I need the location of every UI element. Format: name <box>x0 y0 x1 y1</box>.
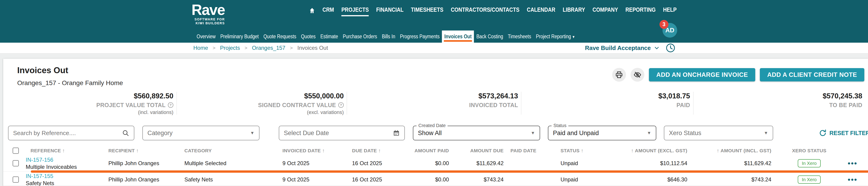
reset-filters-button[interactable]: RESET FILTERS <box>819 126 868 140</box>
col-amount-due[interactable]: AMOUNT DUE <box>470 147 503 155</box>
chevron-down-icon: ▼ <box>250 131 254 136</box>
tab-progress-payments[interactable]: Progress Payments <box>398 31 442 43</box>
row-highlight-indicator <box>31 171 868 173</box>
page-title: Invoices Out <box>17 66 68 75</box>
sort-arrow-icon: ↑ <box>136 148 139 153</box>
breadcrumb-separator: > <box>290 45 293 51</box>
amount-paid-cell: $0.00 <box>435 160 449 166</box>
row-checkbox[interactable] <box>12 160 19 166</box>
help-icon[interactable]: ? <box>338 102 344 108</box>
table-row[interactable]: IN-157-156 Multiple Invoiceables Phillip… <box>3 155 868 172</box>
col-amount-excl-gst[interactable]: ↑ AMOUNT (EXCL. GST) <box>631 147 687 155</box>
breadcrumb-separator: > <box>245 45 247 51</box>
xero-status-select[interactable]: Xero Status ▼ <box>664 126 773 140</box>
col-reference[interactable]: REFERENCE ↑ <box>31 147 65 155</box>
breadcrumb-project[interactable]: Oranges_157 <box>252 45 285 51</box>
refresh-icon <box>819 129 827 137</box>
stat-divider <box>693 92 693 115</box>
tab-timesheets[interactable]: Timesheets <box>505 31 533 43</box>
col-xero-status: XERO STATUS <box>788 147 830 155</box>
invoice-link[interactable]: IN-157-155 <box>26 173 54 180</box>
nav-item-calendar[interactable]: CALENDAR <box>527 6 555 16</box>
nav-item-crm[interactable]: CRM <box>322 6 334 16</box>
status-select[interactable]: Status Paid and Unpaid ▼ <box>548 126 656 140</box>
search-field[interactable] <box>13 129 114 137</box>
recipient-cell: Phillip John Oranges <box>108 160 159 166</box>
workspace-selector[interactable]: Rave Build Acceptance <box>585 44 659 51</box>
col-amount-incl-gst[interactable]: ↑ AMOUNT (INCL. GST) <box>717 147 771 155</box>
status-cell: Unpaid <box>560 176 578 183</box>
created-date-select[interactable]: Created Date Show All ▼ <box>413 126 540 140</box>
row-checkbox[interactable] <box>12 177 19 183</box>
row-actions-menu[interactable]: ••• <box>845 176 860 184</box>
help-icon[interactable]: ? <box>168 102 174 108</box>
search-input[interactable] <box>8 126 134 140</box>
chevron-down-icon: ▼ <box>531 131 535 136</box>
nav-item-company[interactable]: COMPANY <box>592 6 618 16</box>
category-select[interactable]: Category ▼ <box>143 126 259 140</box>
col-paid-date[interactable]: PAID DATE <box>510 147 536 155</box>
search-icon[interactable] <box>122 129 129 137</box>
history-clock-icon[interactable] <box>665 43 676 53</box>
chevron-down-icon: ▼ <box>647 131 651 136</box>
tab-preliminary-budget[interactable]: Preliminary Budget <box>218 31 261 43</box>
invoices-out-panel: Invoices Out Oranges_157 - Orange Family… <box>3 59 868 186</box>
breadcrumb-bar: Home > Projects > Oranges_157 > Invoices… <box>0 43 868 53</box>
eye-off-icon <box>633 71 641 79</box>
chevron-down-icon: ▾ <box>572 34 574 39</box>
tab-quote-requests[interactable]: Quote Requests <box>261 31 299 43</box>
notification-badge: 3 <box>659 20 669 29</box>
add-oncharge-invoice-button[interactable]: ADD AN ONCHARGE INVOICE <box>649 68 755 81</box>
tab-bills-in[interactable]: Bills In <box>379 31 398 43</box>
recipient-cell: Phillip John Oranges <box>108 176 159 183</box>
nav-item-projects[interactable]: PROJECTS <box>341 6 369 16</box>
amount-excl-gst-cell: $10,112.54 <box>660 160 687 166</box>
avatar[interactable]: AD 3 <box>662 23 677 38</box>
add-client-credit-note-button[interactable]: ADD A CLIENT CREDIT NOTE <box>760 68 864 81</box>
tab-project-reporting[interactable]: Project Reporting▾ <box>533 31 577 43</box>
tab-quotes[interactable]: Quotes <box>299 31 318 43</box>
print-button[interactable] <box>612 68 626 82</box>
hide-values-button[interactable] <box>630 68 644 82</box>
due-date-picker[interactable]: Select Due Date <box>279 126 405 140</box>
nav-item-help[interactable]: HELP <box>663 6 677 16</box>
nav-item-library[interactable]: LIBRARY <box>563 6 585 16</box>
row-actions-menu[interactable]: ••• <box>845 159 860 168</box>
chevron-down-icon: ▼ <box>764 131 768 136</box>
nav-item-contractors-contacts[interactable]: CONTRACTORS/CONTACTS <box>451 6 520 16</box>
nav-item-reporting[interactable]: REPORTING <box>625 6 655 16</box>
category-cell: Multiple Selected <box>184 160 226 166</box>
amount-incl-gst-cell: $743.24 <box>751 176 771 183</box>
tab-estimate[interactable]: Estimate <box>318 31 341 43</box>
stat-paid: $3,018.75 PAID <box>548 92 690 109</box>
xero-status-badge: In Xero <box>798 176 821 184</box>
tab-back-costing[interactable]: Back Costing <box>474 31 505 43</box>
col-status[interactable]: STATUS ↑ <box>560 147 584 155</box>
table-row[interactable]: IN-157-155 Safety Nets Phillip John Oran… <box>3 174 868 186</box>
tab-invoices-out[interactable]: Invoices Out <box>442 31 474 43</box>
xero-status-cell: In Xero <box>788 159 830 168</box>
invoice-link[interactable]: IN-157-156 <box>26 156 77 163</box>
col-due-date[interactable]: DUE DATE ↑ <box>352 147 381 155</box>
chevron-down-icon <box>654 45 659 51</box>
sort-arrow-icon: ↑ <box>322 148 325 153</box>
breadcrumb-home[interactable]: Home <box>193 45 208 51</box>
col-amount-paid[interactable]: AMOUNT PAID <box>414 147 449 155</box>
select-all-checkbox[interactable] <box>12 148 19 154</box>
breadcrumb-projects[interactable]: Projects <box>220 45 240 51</box>
nav-item-timesheets[interactable]: TIMESHEETS <box>411 6 443 16</box>
stat-project-value-total: $560,892.50 PROJECT VALUE TOTAL? (incl. … <box>31 92 174 115</box>
nav-item-financial[interactable]: FINANCIAL <box>376 6 403 16</box>
tab-purchase-orders[interactable]: Purchase Orders <box>340 31 379 43</box>
page-subtitle: Oranges_157 - Orange Family Home <box>17 79 123 87</box>
col-recipient[interactable]: RECIPIENT ↑ <box>108 147 139 155</box>
tab-overview[interactable]: Overview <box>194 31 218 43</box>
home-icon[interactable] <box>309 7 315 15</box>
status-cell: Unpaid <box>560 160 578 166</box>
col-category[interactable]: CATEGORY <box>184 147 212 155</box>
col-invoiced-date[interactable]: INVOICED DATE ↑ <box>282 147 325 155</box>
invoiced-date-cell: 9 Oct 2025 <box>282 176 309 183</box>
app-logo: Rave SOFTWARE FOR KIWI BUILDERS <box>191 3 225 25</box>
amount-incl-gst-cell: $11,629.42 <box>744 160 771 166</box>
table-header: REFERENCE ↑ RECIPIENT ↑ CATEGORY INVOICE… <box>3 147 868 155</box>
